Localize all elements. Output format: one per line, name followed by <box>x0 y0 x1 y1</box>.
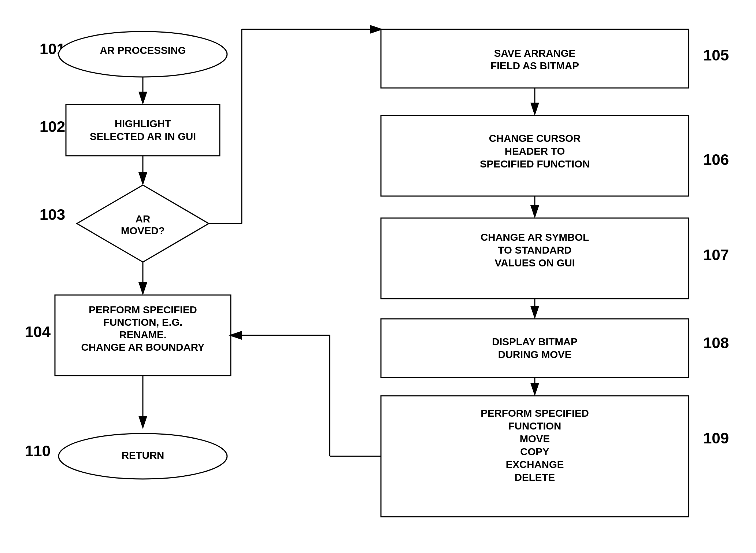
node-109-text-line2: FUNCTION <box>508 420 562 432</box>
step-110-label: 110 <box>25 442 51 460</box>
node-104-text-line1: PERFORM SPECIFIED <box>89 304 197 316</box>
node-105-text-line2: FIELD AS BITMAP <box>490 60 579 71</box>
step-109-label: 109 <box>703 430 729 447</box>
node-102-text-line1: HIGHLIGHT <box>115 118 171 129</box>
node-104-text-line4: CHANGE AR BOUNDARY <box>81 342 204 353</box>
node-102 <box>66 104 220 156</box>
node-106-text-line3: SPECIFIED FUNCTION <box>480 158 590 170</box>
node-109-text-line5: EXCHANGE <box>506 459 564 470</box>
node-101-text: AR PROCESSING <box>100 45 186 56</box>
node-106-text-line1: CHANGE CURSOR <box>489 133 581 144</box>
step-108-label: 108 <box>703 334 729 351</box>
node-104-text-line3: RENAME. <box>119 329 166 340</box>
step-105-label: 105 <box>703 47 729 64</box>
step-104-label: 104 <box>25 323 51 340</box>
node-108 <box>381 319 689 377</box>
flowchart-diagram: 101 AR PROCESSING 102 HIGHLIGHT SELECTED… <box>0 0 756 553</box>
node-108-text-line2: DURING MOVE <box>498 349 572 360</box>
node-109-text-line4: COPY <box>520 446 549 457</box>
node-107-text-line1: CHANGE AR SYMBOL <box>481 232 589 243</box>
node-107-text-line3: VALUES ON GUI <box>495 257 575 269</box>
node-110-text: RETURN <box>122 450 164 461</box>
node-105-text-line1: SAVE ARRANGE <box>494 48 575 59</box>
node-103-text-line2: MOVED? <box>121 225 165 236</box>
step-103-label: 103 <box>40 206 65 223</box>
node-102-text-line2: SELECTED AR IN GUI <box>90 131 196 142</box>
step-107-label: 107 <box>703 246 729 263</box>
node-109-text-line3: MOVE <box>520 433 550 445</box>
node-109-text-line1: PERFORM SPECIFIED <box>481 408 589 419</box>
node-104-text-line2: FUNCTION, E.G. <box>103 317 182 328</box>
step-106-label: 106 <box>703 151 729 168</box>
node-103-text-line1: AR <box>136 213 150 225</box>
node-109-text-line6: DELETE <box>515 472 555 483</box>
node-107-text-line2: TO STANDARD <box>498 244 571 256</box>
node-106-text-line2: HEADER TO <box>505 145 565 157</box>
step-102-label: 102 <box>40 118 65 135</box>
node-108-text-line1: DISPLAY BITMAP <box>492 336 577 347</box>
